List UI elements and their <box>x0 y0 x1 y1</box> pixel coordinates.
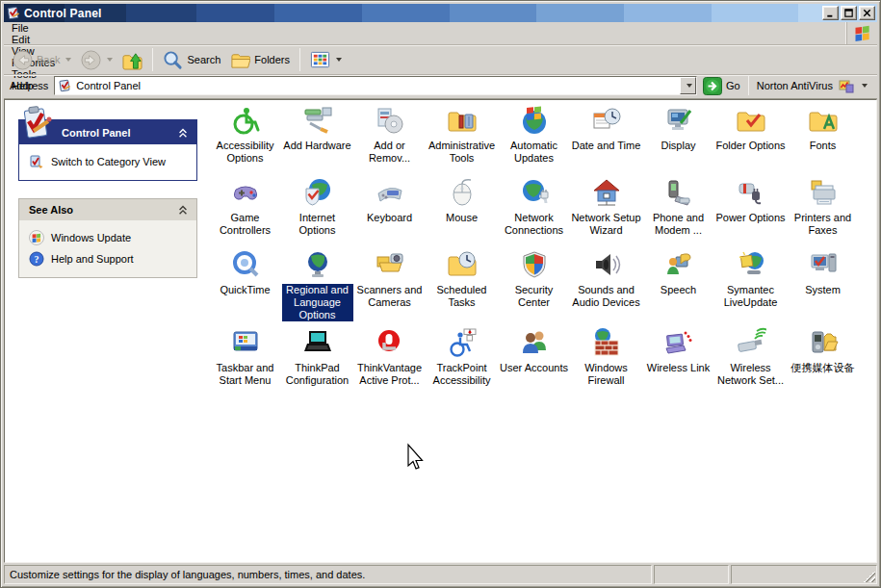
minimize-button[interactable] <box>822 6 839 20</box>
taskbar-startmenu-icon <box>230 327 261 358</box>
cp-item-scheduled-tasks[interactable]: Scheduled Tasks <box>426 245 498 323</box>
cp-item-windows-firewall[interactable]: Windows Firewall <box>570 323 642 396</box>
phone-modem-icon <box>663 177 694 208</box>
network-setup-wizard-icon <box>591 177 622 208</box>
cp-item-user-accounts[interactable]: User Accounts <box>498 323 570 396</box>
network-connections-icon <box>519 177 550 208</box>
add-hardware-icon <box>302 105 333 136</box>
cp-item-printers-faxes[interactable]: Printers and Faxes <box>787 173 859 245</box>
cp-item-label: Regional and Language Options <box>282 284 353 321</box>
cp-item-internet-options[interactable]: Internet Options <box>281 173 353 245</box>
wireless-link-icon <box>663 327 694 358</box>
cp-item-label: Mouse <box>446 212 478 224</box>
taskpane-item-switch-view[interactable]: Switch to Category View <box>29 151 193 172</box>
cp-item-wireless-link[interactable]: Wireless Link <box>642 323 714 396</box>
cp-item-keyboard[interactable]: Keyboard <box>353 173 426 245</box>
mouse-cursor <box>403 443 425 475</box>
chevron-down-icon[interactable] <box>65 58 71 62</box>
see-also-taskpane: See Also Windows Update?Help and Support <box>18 198 197 278</box>
up-folder-icon <box>122 50 143 70</box>
cp-item-regional-language[interactable]: Regional and Language Options <box>281 245 353 323</box>
cp-item-wireless-network[interactable]: Wireless Network Set... <box>714 323 787 396</box>
printers-faxes-icon <box>808 177 839 208</box>
cp-item-fonts[interactable]: Fonts <box>787 101 859 173</box>
toolbar-views-button[interactable] <box>305 47 347 73</box>
address-input[interactable]: Control Panel <box>54 76 697 95</box>
cp-item-taskbar-startmenu[interactable]: Taskbar and Start Menu <box>209 323 281 396</box>
fonts-icon <box>808 105 839 136</box>
cp-item-speech[interactable]: Speech <box>642 245 714 323</box>
see-also-item-help-support[interactable]: ?Help and Support <box>29 248 193 269</box>
cp-item-add-hardware[interactable]: Add Hardware <box>281 101 353 173</box>
address-dropdown-button[interactable] <box>680 77 696 94</box>
toolbar-up-folder-button[interactable] <box>117 47 147 73</box>
see-also-item-windows-update[interactable]: Windows Update <box>29 227 193 248</box>
cp-item-date-time[interactable]: Date and Time <box>570 101 642 173</box>
toolbar-back-button[interactable]: Back <box>8 47 76 73</box>
cp-item-system[interactable]: System <box>787 245 859 323</box>
toolbar-folders-button[interactable]: Folders <box>225 47 295 73</box>
cp-item-power-options[interactable]: Power Options <box>714 173 787 245</box>
taskpane-item-switch-view-label: Switch to Category View <box>51 156 166 167</box>
cp-item-label: Add or Remov... <box>354 140 426 165</box>
cp-item-label: Symantec LiveUpdate <box>715 284 787 309</box>
symantec-liveupdate-icon <box>736 249 766 280</box>
address-value: Control Panel <box>76 80 680 91</box>
cp-item-label: TrackPoint Accessibility <box>427 362 498 387</box>
taskpane-title: Control Panel <box>62 127 177 139</box>
chevron-down-icon[interactable] <box>107 58 113 62</box>
chevron-down-icon[interactable] <box>336 58 342 62</box>
cp-item-scanners-cameras[interactable]: Scanners and Cameras <box>353 245 426 323</box>
toolbar-separator <box>152 48 153 71</box>
scheduled-tasks-icon <box>447 249 478 280</box>
portable-media-icon <box>808 327 839 358</box>
chevron-up-icon[interactable] <box>177 204 189 216</box>
toolbar-forward-button[interactable] <box>76 47 117 73</box>
date-time-icon <box>591 105 622 136</box>
cp-item-label: Add Hardware <box>283 140 350 152</box>
cp-item-accessibility-options[interactable]: Accessibility Options <box>209 101 281 173</box>
close-button[interactable] <box>859 6 875 20</box>
cp-item-folder-options[interactable]: Folder Options <box>714 101 787 173</box>
menu-edit[interactable]: Edit <box>4 34 63 45</box>
content-area: Control Panel Switch to Category View Se… <box>4 99 877 563</box>
cp-item-game-controllers[interactable]: Game Controllers <box>209 173 281 245</box>
cp-item-admin-tools[interactable]: Administrative Tools <box>426 101 498 173</box>
cp-item-security-center[interactable]: Security Center <box>498 245 570 323</box>
cp-item-network-connections[interactable]: Network Connections <box>498 173 570 245</box>
toolbar-search-button[interactable]: Search <box>158 47 225 73</box>
cp-item-mouse[interactable]: Mouse <box>426 173 498 245</box>
cp-item-automatic-updates[interactable]: Automatic Updates <box>498 101 570 173</box>
status-message-pane: Customize settings for the display of la… <box>4 565 652 584</box>
cp-item-thinkvantage[interactable]: ThinkVantage Active Prot... <box>353 323 426 396</box>
resize-grip[interactable] <box>864 571 875 582</box>
cp-item-phone-modem[interactable]: Phone and Modem ... <box>642 173 714 245</box>
cp-item-trackpoint[interactable]: TrackPoint Accessibility <box>426 323 498 396</box>
cp-item-portable-media[interactable]: 便携媒体设备 <box>787 323 859 396</box>
window-title: Control Panel <box>24 7 820 20</box>
cp-item-add-remove[interactable]: Add or Remov... <box>353 101 426 173</box>
cp-item-quicktime[interactable]: QuickTime <box>209 245 281 323</box>
toolbar-folders-label: Folders <box>254 54 290 65</box>
menu-file[interactable]: File <box>4 22 63 34</box>
cp-item-label: Speech <box>661 284 696 296</box>
cp-item-symantec-liveupdate[interactable]: Symantec LiveUpdate <box>714 245 787 323</box>
chevron-up-icon[interactable] <box>177 127 189 139</box>
control-panel-window: Control Panel FileEditViewFavoritesTools… <box>0 0 881 588</box>
cp-item-network-setup-wizard[interactable]: Network Setup Wizard <box>570 173 642 245</box>
see-also-item-windows-update-label: Windows Update <box>51 232 131 243</box>
windows-update-icon <box>29 230 44 245</box>
cp-item-sounds-audio[interactable]: Sounds and Audio Devices <box>570 245 642 323</box>
cp-item-label: System <box>805 284 841 296</box>
game-controllers-icon <box>230 177 261 208</box>
cp-item-label: Scanners and Cameras <box>354 284 426 309</box>
go-button[interactable]: Go <box>703 77 740 95</box>
cp-item-display[interactable]: Display <box>642 101 714 173</box>
title-bar[interactable]: Control Panel <box>4 4 877 22</box>
norton-antivirus-control[interactable]: Norton AntiVirus <box>757 79 871 93</box>
cp-item-thinkpad-config[interactable]: ThinkPad Configuration <box>281 323 353 396</box>
svg-text:?: ? <box>35 254 39 265</box>
mouse-icon <box>447 177 478 208</box>
maximize-button[interactable] <box>841 6 857 20</box>
see-also-header[interactable]: See Also <box>19 199 196 220</box>
